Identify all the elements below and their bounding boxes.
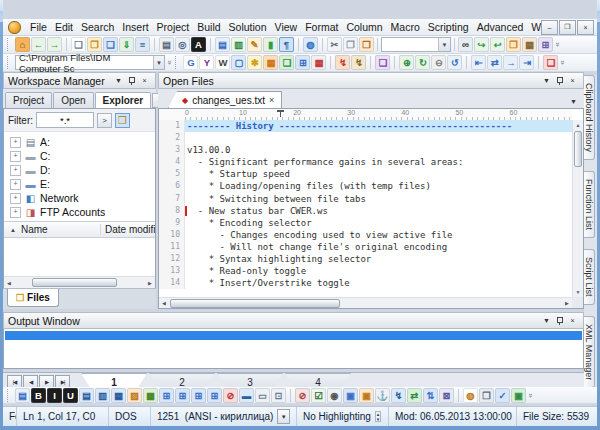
edit-macro-icon[interactable]: ✎: [247, 37, 262, 52]
ordered-list-icon[interactable]: ▤: [79, 388, 94, 403]
browser-view-icon[interactable]: ◍: [303, 37, 318, 52]
bold-icon[interactable]: B: [31, 388, 46, 403]
workspace-tab-project[interactable]: Project: [5, 92, 52, 108]
forward-icon[interactable]: →: [47, 37, 62, 52]
anchor-icon[interactable]: ⚓: [375, 388, 390, 403]
open-project-icon[interactable]: ❑: [103, 37, 118, 52]
tab-xml-manager[interactable]: XML Manager: [584, 316, 595, 388]
function-add-icon[interactable]: ⊕: [399, 55, 414, 70]
scroll-left-icon[interactable]: ◀: [159, 298, 169, 308]
frame-icon[interactable]: ⊡: [271, 388, 286, 403]
workspace-tab-explorer[interactable]: Explorer: [95, 92, 152, 109]
no-format-icon[interactable]: ⊘: [295, 388, 310, 403]
toolbar-grip[interactable]: [7, 389, 12, 402]
output-selected-row[interactable]: [5, 331, 582, 340]
checkbox-icon[interactable]: ☑: [311, 388, 326, 403]
combo-dropdown-icon[interactable]: ▼: [153, 56, 164, 69]
column-date-modified[interactable]: Date modifi: [101, 224, 155, 235]
function-refresh-icon[interactable]: ↻: [415, 55, 430, 70]
encoding-dropdown-icon[interactable]: ▼: [277, 409, 290, 424]
image-map-icon[interactable]: ▣: [343, 388, 358, 403]
window-icon[interactable]: ▢: [231, 55, 246, 70]
workspace-horizontal-scrollbar[interactable]: ◀ ▶: [4, 276, 155, 288]
heading2-icon[interactable]: ⊞: [175, 388, 190, 403]
convert-tags-icon[interactable]: ⇄: [407, 388, 422, 403]
mdi-close-button[interactable]: ×: [577, 20, 594, 35]
tab-function-list[interactable]: Function List: [584, 171, 595, 238]
tag-list-icon[interactable]: ❏: [375, 55, 390, 70]
toolbar-overflow-icon[interactable]: »: [165, 60, 174, 64]
word-wrap-icon[interactable]: ¶: [279, 37, 294, 52]
tree-item-drive-c[interactable]: + ▬ C:: [10, 149, 155, 163]
replace-icon[interactable]: ❐: [506, 37, 521, 52]
menu-item[interactable]: Scripting: [424, 19, 473, 35]
tab-script-list[interactable]: Script List: [584, 249, 595, 305]
menu-item[interactable]: Solution: [225, 19, 271, 35]
column-mode-icon[interactable]: ▮: [263, 37, 278, 52]
heading3-icon[interactable]: ⊞: [191, 388, 206, 403]
radio-button-icon[interactable]: ◉: [327, 388, 342, 403]
grid-icon[interactable]: ⊞: [295, 55, 310, 70]
menu-item[interactable]: Project: [153, 19, 194, 35]
menu-item[interactable]: File: [26, 19, 51, 35]
save-icon[interactable]: ⇓: [119, 37, 134, 52]
swatches-icon[interactable]: ▦: [263, 55, 278, 70]
find-prev-icon[interactable]: ↩: [490, 37, 505, 52]
show-folders-button[interactable]: ❒: [115, 113, 130, 128]
pin-icon[interactable]: [553, 74, 566, 87]
panel-menu-icon[interactable]: ▼: [112, 74, 125, 87]
highlighting-spinner[interactable]: ▴▾: [375, 411, 382, 422]
cut-icon[interactable]: ✂: [327, 37, 342, 52]
theme-icon[interactable]: ▦: [311, 55, 326, 70]
validate-icon[interactable]: ✓: [495, 388, 510, 403]
heading4-icon[interactable]: ⊞: [207, 388, 222, 403]
find-combo[interactable]: ▼: [381, 37, 451, 52]
output-window-content[interactable]: [3, 329, 584, 369]
reformat-icon[interactable]: ▥: [231, 37, 246, 52]
comment-icon[interactable]: ▭: [255, 388, 270, 403]
back-icon[interactable]: ←: [31, 37, 46, 52]
menu-item[interactable]: Advanced: [473, 19, 528, 35]
scrollbar-thumb[interactable]: [574, 131, 582, 167]
path-combo[interactable]: C:\Program Files\IDM Computer Sc ▼: [15, 55, 165, 70]
files-tab[interactable]: ❒ Files: [7, 289, 59, 307]
filter-input[interactable]: [36, 112, 94, 128]
toolbar-grip[interactable]: [7, 38, 12, 51]
file-list[interactable]: [4, 238, 155, 276]
tree-item-drive-e[interactable]: + ▬ E:: [10, 177, 155, 191]
editor-horizontal-scrollbar[interactable]: ◀ ▶: [159, 297, 572, 308]
combo-dropdown-icon[interactable]: ▼: [438, 38, 450, 51]
function-undo-icon[interactable]: ↺: [447, 55, 462, 70]
paste-icon[interactable]: ❒: [359, 37, 374, 52]
toolbar-overflow-icon[interactable]: »: [526, 393, 535, 397]
find-in-files-icon[interactable]: ▦: [522, 37, 537, 52]
sort-icon[interactable]: ▤: [215, 37, 230, 52]
home-icon[interactable]: ⌂: [15, 37, 30, 52]
panel-close-icon[interactable]: ×: [566, 314, 579, 327]
tab-clipboard-history[interactable]: Clipboard History: [584, 75, 595, 160]
toolbar-overflow-icon[interactable]: »: [558, 60, 567, 64]
expand-icon[interactable]: +: [10, 193, 21, 204]
open-file-icon[interactable]: ❐: [87, 37, 102, 52]
copy-icon[interactable]: ❐: [343, 37, 358, 52]
function-remove-icon[interactable]: ⊖: [431, 55, 446, 70]
editor-vertical-scrollbar[interactable]: ▲ ▼: [572, 120, 583, 297]
save-all-icon[interactable]: ≡: [135, 37, 150, 52]
build-icon[interactable]: ↯: [351, 55, 366, 70]
toolbar-grip[interactable]: [7, 56, 12, 69]
menu-item[interactable]: Insert: [118, 19, 152, 35]
wizard-icon[interactable]: ✱: [247, 55, 262, 70]
notes-icon[interactable]: ❏: [279, 55, 294, 70]
google-search-icon[interactable]: G: [183, 55, 198, 70]
expand-icon[interactable]: +: [10, 179, 21, 190]
scroll-right-icon[interactable]: ▶: [562, 298, 572, 308]
html-toolbar-icon[interactable]: ▤: [15, 388, 30, 403]
expand-icon[interactable]: +: [10, 165, 21, 176]
expand-icon[interactable]: +: [10, 151, 21, 162]
stop-icon[interactable]: ⊘: [223, 388, 238, 403]
column-name[interactable]: Name: [21, 224, 101, 235]
find-next-icon[interactable]: ↪: [474, 37, 489, 52]
menu-item[interactable]: Search: [77, 19, 118, 35]
yahoo-search-icon[interactable]: Y: [199, 55, 214, 70]
compile-icon[interactable]: ↯: [335, 55, 350, 70]
